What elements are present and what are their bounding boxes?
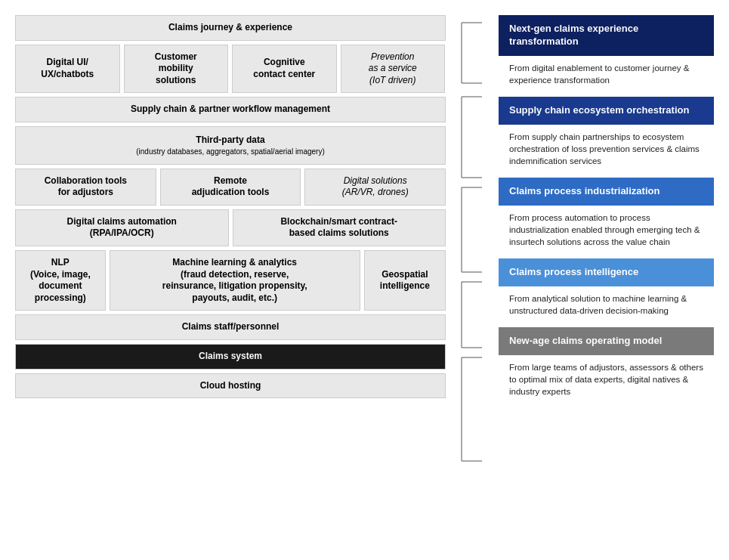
right-item-industrialization: Claims process industrialization From pr… xyxy=(499,178,714,251)
row-digital-ui: Digital UI/ UX/chatbots Customer mobilit… xyxy=(15,45,446,94)
prevention-label: Prevention as a service (IoT driven) xyxy=(369,51,417,87)
row-claims-journey: Claims journey & experience xyxy=(15,15,446,41)
customer-mobility-label: Customer mobility solutions xyxy=(155,51,197,87)
supply-chain-desc: From supply chain partnerships to ecosys… xyxy=(499,125,714,170)
digital-claims-label: Digital claims automation (RPA/IPA/OCR) xyxy=(67,216,177,240)
right-panel: Next-gen claims experience transformatio… xyxy=(499,15,714,409)
industrialization-desc: From process automation to process indus… xyxy=(499,206,714,251)
right-item-operating-model: New-age claims operating model From larg… xyxy=(499,327,714,401)
supply-chain-header: Supply chain ecosystem orchestration xyxy=(499,97,714,125)
geospatial-label: Geospatial intelligence xyxy=(380,269,430,292)
cell-collab-tools: Collaboration tools for adjustors xyxy=(15,169,156,206)
cell-digital-solutions: Digital solutions (AR/VR, drones) xyxy=(304,169,446,206)
operating-model-header: New-age claims operating model xyxy=(499,327,714,355)
row-claims-staff: Claims staff/personnel xyxy=(15,314,446,340)
bracket-svg xyxy=(461,15,483,544)
left-panel: Claims journey & experience Digital UI/ … xyxy=(15,15,446,409)
digital-solutions-label: Digital solutions (AR/VR, drones) xyxy=(342,175,409,199)
claims-journey-label: Claims journey & experience xyxy=(168,22,292,34)
main-container: Claims journey & experience Digital UI/ … xyxy=(15,15,714,409)
right-item-next-gen: Next-gen claims experience transformatio… xyxy=(499,15,714,89)
cognitive-contact-label: Cognitive contact center xyxy=(253,57,315,80)
nlp-label: NLP (Voice, image, document processing) xyxy=(30,257,91,304)
cell-prevention: Prevention as a service (IoT driven) xyxy=(341,45,446,94)
third-party-sub: (industry databases, aggregators, spatia… xyxy=(136,147,325,156)
next-gen-desc: From digital enablement to customer jour… xyxy=(499,56,714,89)
ml-analytics-label: Machine learning & analytics (fraud dete… xyxy=(162,257,307,304)
supply-chain-partner-label: Supply chain & partner workflow manageme… xyxy=(131,104,330,116)
remote-adj-label: Remote adjudication tools xyxy=(192,175,270,199)
third-party-main: Third-party data xyxy=(196,135,264,147)
right-item-intelligence: Claims process intelligence From analyti… xyxy=(499,258,714,320)
collab-tools-label: Collaboration tools for adjustors xyxy=(45,175,127,199)
intelligence-header: Claims process intelligence xyxy=(499,258,714,286)
row-supply-chain-partner: Supply chain & partner workflow manageme… xyxy=(15,97,446,122)
cloud-hosting-label: Cloud hosting xyxy=(200,380,261,392)
cell-digital-claims: Digital claims automation (RPA/IPA/OCR) xyxy=(15,209,229,246)
claims-system-label: Claims system xyxy=(199,351,262,363)
row-automation-blockchain: Digital claims automation (RPA/IPA/OCR) … xyxy=(15,209,446,246)
operating-model-desc: From large teams of adjustors, assessors… xyxy=(499,355,714,401)
right-item-supply-chain: Supply chain ecosystem orchestration Fro… xyxy=(499,97,714,170)
cell-remote-adj: Remote adjudication tools xyxy=(160,169,301,206)
row-claims-system: Claims system xyxy=(15,344,446,370)
cell-digital-ui: Digital UI/ UX/chatbots xyxy=(15,45,120,94)
intelligence-desc: From analytical solution to machine lear… xyxy=(499,286,714,320)
row-nlp-ml-geo: NLP (Voice, image, document processing) … xyxy=(15,250,446,311)
cell-ml-analytics: Machine learning & analytics (fraud dete… xyxy=(110,250,360,311)
claims-staff-label: Claims staff/personnel xyxy=(182,321,280,333)
blockchain-label: Blockchain/smart contract- based claims … xyxy=(280,216,397,240)
cell-nlp: NLP (Voice, image, document processing) xyxy=(15,250,106,311)
next-gen-header: Next-gen claims experience transformatio… xyxy=(499,15,714,56)
digital-ui-label: Digital UI/ UX/chatbots xyxy=(41,57,94,80)
row-cloud-hosting: Cloud hosting xyxy=(15,373,446,399)
cell-customer-mobility: Customer mobility solutions xyxy=(124,45,229,94)
cell-blockchain: Blockchain/smart contract- based claims … xyxy=(233,209,446,246)
cell-geospatial: Geospatial intelligence xyxy=(364,250,446,311)
row-third-party: Third-party data (industry databases, ag… xyxy=(15,126,446,165)
industrialization-header: Claims process industrialization xyxy=(499,178,714,206)
row-collab-remote-digital: Collaboration tools for adjustors Remote… xyxy=(15,169,446,206)
connector-area xyxy=(461,15,483,409)
cell-cognitive-contact: Cognitive contact center xyxy=(232,45,337,94)
